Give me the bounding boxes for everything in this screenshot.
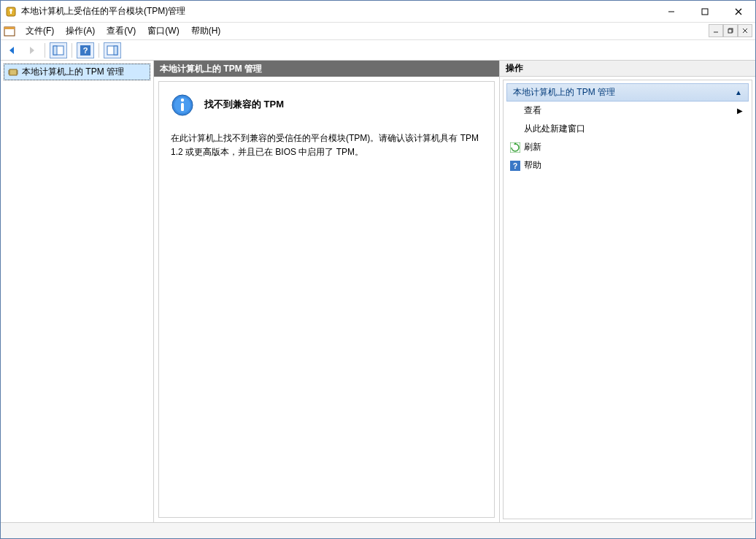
refresh-icon xyxy=(509,142,521,153)
mdi-controls xyxy=(709,24,752,37)
status-bar xyxy=(1,522,755,538)
window-controls xyxy=(655,1,755,22)
tree-pane: 本地计算机上的 TPM 管理 xyxy=(1,61,154,522)
action-label: 从此处新建窗口 xyxy=(524,123,585,135)
collapse-icon: ▲ xyxy=(735,88,742,96)
message-title: 找不到兼容的 TPM xyxy=(204,93,284,111)
svg-rect-2 xyxy=(10,11,12,14)
svg-text:?: ? xyxy=(513,162,517,170)
action-view[interactable]: 查看 ▶ xyxy=(506,102,749,120)
actions-section-title: 本地计算机上的 TPM 管理 xyxy=(513,86,615,99)
back-button[interactable] xyxy=(4,42,21,58)
actions-section-header[interactable]: 本地计算机上的 TPM 管理 ▲ xyxy=(506,83,749,102)
message-body: 在此计算机上找不到兼容的受信任的平台模块(TPM)。请确认该计算机具有 TPM … xyxy=(171,131,482,159)
title-bar: 本地计算机上受信任的平台模块(TPM)管理 xyxy=(1,1,755,23)
svg-rect-30 xyxy=(181,103,184,111)
svg-text:?: ? xyxy=(83,46,88,55)
menu-bar: 文件(F) 操作(A) 查看(V) 窗口(W) 帮助(H) xyxy=(1,23,755,40)
tpm-chip-icon xyxy=(7,66,19,78)
action-refresh[interactable]: 刷新 xyxy=(506,138,749,156)
maximize-button[interactable] xyxy=(688,1,722,22)
menu-help[interactable]: 帮助(H) xyxy=(185,24,227,39)
main-area: 本地计算机上的 TPM 管理 本地计算机上的 TPM 管理 找不到兼容的 TPM… xyxy=(1,61,755,522)
mdi-minimize-button[interactable] xyxy=(709,24,723,37)
svg-rect-8 xyxy=(4,27,15,29)
mdi-restore-button[interactable] xyxy=(723,24,738,37)
actions-body: 本地计算机上的 TPM 管理 ▲ 查看 ▶ 从此处新建窗口 刷新 ? 帮助 xyxy=(503,80,752,519)
tree-item-label: 本地计算机上的 TPM 管理 xyxy=(22,66,124,78)
actions-pane: 操作 本地计算机上的 TPM 管理 ▲ 查看 ▶ 从此处新建窗口 刷新 xyxy=(500,61,755,522)
message-row: 找不到兼容的 TPM xyxy=(171,93,482,117)
window-title: 本地计算机上受信任的平台模块(TPM)管理 xyxy=(21,5,655,18)
minimize-button[interactable] xyxy=(655,1,688,22)
action-help[interactable]: ? 帮助 xyxy=(506,156,749,175)
toolbar-separator xyxy=(45,43,45,58)
help-button[interactable]: ? xyxy=(77,42,94,58)
action-label: 帮助 xyxy=(524,159,541,172)
action-new-window[interactable]: 从此处新建窗口 xyxy=(506,120,749,138)
toolbar-separator xyxy=(99,43,99,58)
actions-header: 操作 xyxy=(500,61,755,77)
svg-rect-20 xyxy=(9,69,17,75)
menu-action[interactable]: 操作(A) xyxy=(60,24,101,39)
svg-rect-11 xyxy=(728,29,732,33)
mdi-close-button[interactable] xyxy=(738,24,752,37)
menu-file[interactable]: 文件(F) xyxy=(20,24,60,39)
show-hide-action-pane-button[interactable] xyxy=(104,42,121,58)
center-pane: 本地计算机上的 TPM 管理 找不到兼容的 TPM 在此计算机上找不到兼容的受信… xyxy=(154,61,500,522)
center-header: 本地计算机上的 TPM 管理 xyxy=(154,61,499,77)
toolbar-separator xyxy=(72,43,72,58)
info-icon xyxy=(171,93,194,117)
svg-rect-15 xyxy=(53,46,57,55)
chevron-right-icon: ▶ xyxy=(737,107,743,115)
menu-window[interactable]: 窗口(W) xyxy=(142,24,185,39)
svg-point-29 xyxy=(181,99,184,102)
help-icon: ? xyxy=(509,160,521,172)
close-button[interactable] xyxy=(722,1,755,22)
svg-rect-4 xyxy=(702,9,708,15)
center-body: 找不到兼容的 TPM 在此计算机上找不到兼容的受信任的平台模块(TPM)。请确认… xyxy=(158,81,495,518)
show-hide-tree-button[interactable] xyxy=(50,42,67,58)
action-label: 刷新 xyxy=(524,141,541,153)
forward-button[interactable] xyxy=(23,42,40,58)
console-icon xyxy=(4,26,15,37)
app-icon xyxy=(5,6,17,18)
tree-item-tpm-management[interactable]: 本地计算机上的 TPM 管理 xyxy=(4,64,150,80)
menu-view[interactable]: 查看(V) xyxy=(101,24,142,39)
toolbar: ? xyxy=(1,40,755,61)
action-label: 查看 xyxy=(524,104,541,117)
svg-rect-19 xyxy=(114,46,117,55)
